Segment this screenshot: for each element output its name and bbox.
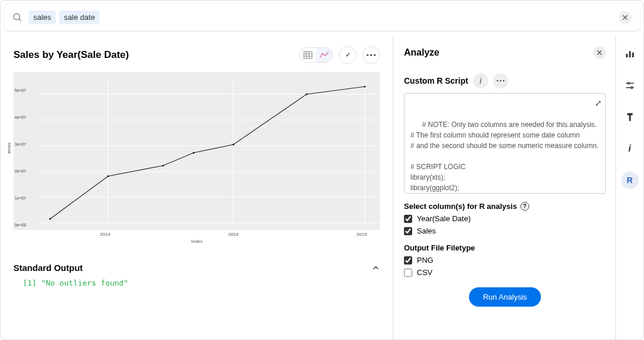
search-token-sale-date[interactable]: sale date [59,11,100,24]
checkbox-year-sale-date[interactable]: Year(Sale Date) [404,214,606,223]
svg-point-33 [628,83,629,84]
expand-icon[interactable]: ⤢ [595,97,602,109]
chart-ylabel: times [6,142,12,153]
script-title: Custom R Script [404,76,468,85]
svg-point-0 [13,13,20,20]
svg-point-7 [366,54,368,56]
svg-point-25 [364,85,365,87]
search-clear-button[interactable]: ✕ [619,11,632,24]
checkbox-csv[interactable]: CSV [404,268,606,277]
chart-panel: Sales by Year(Sale Date) [1,36,393,339]
standard-output-header[interactable]: Standard Output [13,263,380,273]
svg-point-23 [232,143,234,145]
script-info-button[interactable]: i [473,73,488,88]
more-button[interactable] [362,46,380,64]
rail-brush-icon[interactable] [621,108,639,126]
rail-chart-icon[interactable] [621,45,639,63]
checkbox-input[interactable] [404,227,412,235]
svg-line-1 [19,19,21,21]
svg-point-27 [499,80,501,82]
svg-rect-30 [629,51,631,58]
run-analysis-button[interactable]: Run Analysis [469,287,541,307]
analyze-title: Analyze [404,47,439,58]
svg-point-19 [49,218,51,219]
filetype-section-label: Output File Filetype [404,243,606,252]
svg-point-35 [631,87,632,88]
columns-section-label: Select column(s) for R analysis ? [404,202,606,211]
pin-button[interactable] [339,46,357,64]
checkbox-input[interactable] [404,256,412,265]
standard-output-title: Standard Output [13,263,83,273]
svg-point-21 [162,164,164,166]
chart-title: Sales by Year(Sale Date) [13,49,129,61]
svg-point-24 [306,93,307,95]
table-view-button[interactable] [300,48,316,62]
help-icon[interactable]: ? [520,202,529,211]
svg-point-9 [374,54,375,56]
svg-point-28 [503,80,505,82]
rail-r-icon[interactable]: R [621,171,639,189]
right-rail: i R [615,36,643,339]
chevron-up-icon [372,264,380,272]
chart-xlabel: Index [13,239,380,244]
line-chart-view-button[interactable] [316,48,333,62]
checkbox-png[interactable]: PNG [404,256,606,265]
rail-info-icon[interactable]: i [621,140,639,157]
chart-plot-area: times 0e+00 1e+07 2e+07 3e+07 4e+07 5e+0… [13,72,380,230]
chart-view-toggle [299,47,333,63]
svg-rect-31 [632,53,633,57]
script-more-button[interactable] [493,73,508,88]
checkbox-input[interactable] [404,269,412,277]
rail-sliders-icon[interactable] [621,77,639,94]
standard-output-body: [1] "No outliers found" [13,279,380,287]
svg-point-26 [496,80,498,82]
search-token-sales[interactable]: sales [29,11,56,24]
script-textarea[interactable]: ⤢ # NOTE: Only two columns are needed fo… [404,93,606,194]
analyze-panel: Analyze ✕ Custom R Script i ⤢ # NOTE: On… [393,36,615,339]
svg-point-8 [370,54,372,56]
search-icon [12,12,23,23]
svg-rect-2 [304,51,312,59]
svg-point-20 [107,175,109,177]
checkbox-sales[interactable]: Sales [404,226,606,235]
svg-point-22 [193,152,194,153]
checkbox-input[interactable] [404,215,412,223]
analyze-close-button[interactable]: ✕ [593,46,606,59]
svg-rect-29 [626,54,628,57]
search-bar[interactable]: sales sale date ✕ [4,4,640,31]
